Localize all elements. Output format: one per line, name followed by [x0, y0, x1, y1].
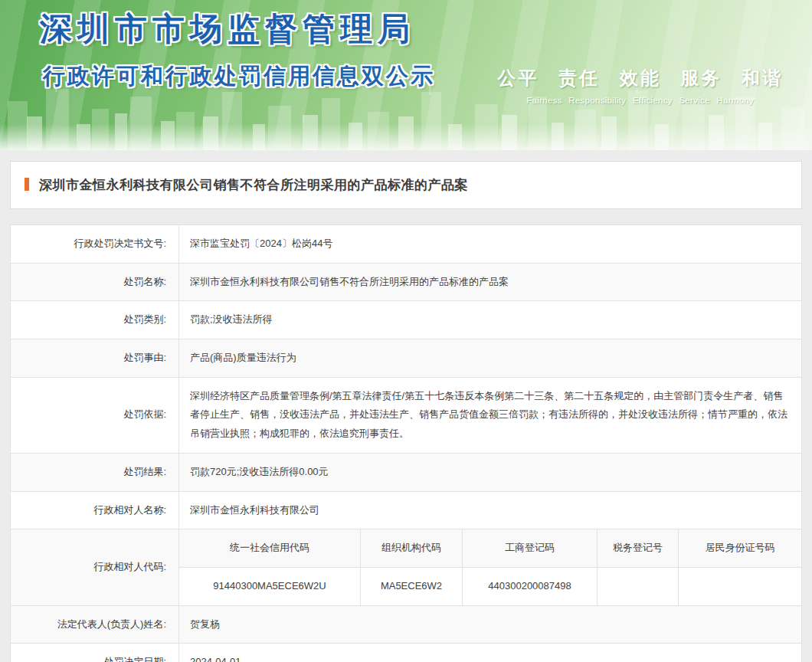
row-value: 产品(商品)质量违法行为 [179, 339, 802, 378]
code-value [679, 567, 802, 605]
row-value: 罚款720元;没收违法所得0.00元 [179, 453, 802, 491]
row-value: 深市监宝处罚〔2024〕松岗44号 [179, 225, 802, 264]
row-label: 处罚结果: [11, 453, 179, 491]
row-value: 罚款;没收违法所得 [179, 301, 802, 339]
table-row-party-name: 行政相对人名称: 深圳市金恒永利科技有限公司 [11, 491, 802, 529]
row-label: 行政处罚决定书文号: [11, 225, 179, 264]
code-column-header: 组织机构代码 [361, 529, 463, 568]
site-title: 深圳市市场监督管理局 [40, 8, 415, 51]
row-label: 法定代表人(负责人)姓名: [11, 605, 179, 644]
case-title: 深圳市金恒永利科技有限公司销售不符合所注明采用的产品标准的产品案 [39, 178, 468, 192]
code-column-header: 税务登记号 [598, 529, 679, 568]
row-value: 贺复杨 [179, 605, 802, 644]
row-value: 2024-04-01 [179, 644, 802, 662]
code-value: MA5ECE6W2 [361, 567, 463, 605]
table-row-penalty-category: 处罚类别: 罚款;没收违法所得 [11, 301, 802, 339]
site-banner: 深圳市市场监督管理局 行政许可和行政处罚信用信息双公示 公平 责任 效能 服务 … [0, 0, 812, 150]
code-value: 440300200087498 [463, 567, 598, 605]
table-row-penalty-name: 处罚名称: 深圳市金恒永利科技有限公司销售不符合所注明采用的产品标准的产品案 [11, 263, 802, 301]
table-row-party-codes-header: 行政相对人代码: 统一社会信用代码 组织机构代码 工商登记码 税务登记号 居民身… [11, 529, 802, 568]
row-label: 处罚事由: [11, 339, 179, 378]
code-column-header: 居民身份证号码 [679, 529, 802, 568]
table-row-penalty-reason: 处罚事由: 产品(商品)质量违法行为 [11, 339, 802, 378]
row-label: 处罚名称: [11, 263, 179, 301]
case-title-box: 深圳市金恒永利科技有限公司销售不符合所注明采用的产品标准的产品案 [10, 161, 802, 209]
code-value [598, 567, 679, 605]
row-label: 行政相对人名称: [11, 491, 179, 529]
row-value: 深圳市金恒永利科技有限公司 [179, 491, 802, 529]
row-value: 深圳经济特区产品质量管理条例/第五章法律责任/第五十七条违反本条例第二十三条、第… [179, 377, 802, 453]
penalty-info-table: 行政处罚决定书文号: 深市监宝处罚〔2024〕松岗44号 处罚名称: 深圳市金恒… [10, 224, 802, 662]
row-label: 处罚类别: [11, 301, 179, 339]
code-value: 91440300MA5ECE6W2U [179, 567, 361, 605]
row-label: 行政相对人代码: [11, 529, 179, 605]
table-row-legal-representative: 法定代表人(负责人)姓名: 贺复杨 [11, 605, 802, 644]
table-row-decision-date: 处罚决定日期: 2024-04-01 [11, 644, 802, 662]
row-value: 深圳市金恒永利科技有限公司销售不符合所注明采用的产品标准的产品案 [179, 263, 802, 301]
title-accent-bar [25, 178, 29, 191]
slogan-chinese: 公平 责任 效能 服务 和谐 [497, 66, 783, 90]
code-column-header: 统一社会信用代码 [179, 529, 361, 568]
table-row-penalty-result: 处罚结果: 罚款720元;没收违法所得0.00元 [11, 453, 802, 491]
slogan-english: Fairness Responsibility Efficiency Servi… [497, 96, 783, 105]
row-label: 处罚决定日期: [11, 644, 179, 662]
code-column-header: 工商登记码 [463, 529, 598, 568]
banner-slogan: 公平 责任 效能 服务 和谐 Fairness Responsibility E… [497, 66, 783, 105]
penalty-table-box: 行政处罚决定书文号: 深市监宝处罚〔2024〕松岗44号 处罚名称: 深圳市金恒… [10, 224, 802, 662]
row-label: 处罚依据: [11, 377, 179, 453]
table-row-decision-number: 行政处罚决定书文号: 深市监宝处罚〔2024〕松岗44号 [11, 225, 802, 264]
table-row-penalty-basis: 处罚依据: 深圳经济特区产品质量管理条例/第五章法律责任/第五十七条违反本条例第… [11, 377, 802, 453]
page-root: 深圳市市场监督管理局 行政许可和行政处罚信用信息双公示 公平 责任 效能 服务 … [0, 0, 812, 662]
site-subtitle: 行政许可和行政处罚信用信息双公示 [43, 61, 518, 92]
